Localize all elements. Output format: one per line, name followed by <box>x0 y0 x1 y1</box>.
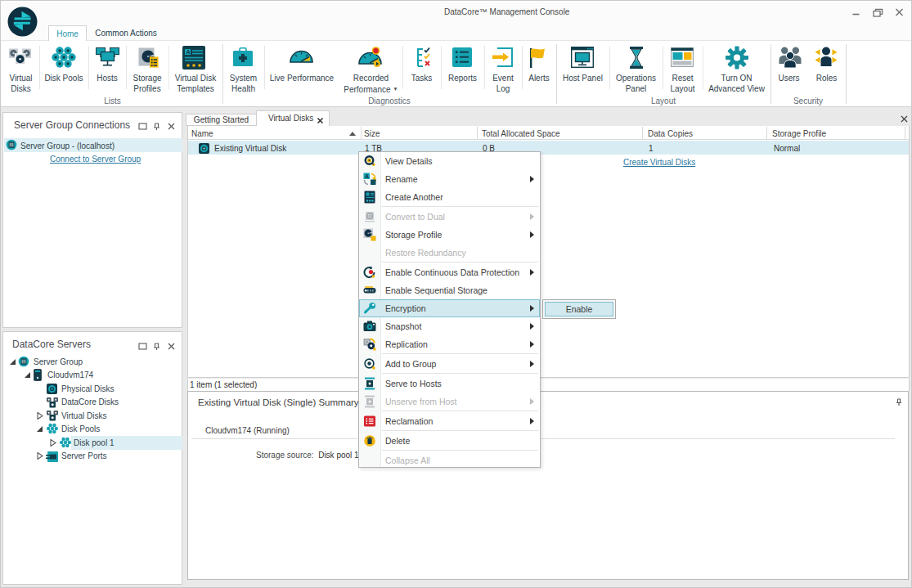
svg-text:A: A <box>365 173 369 179</box>
svg-text:A: A <box>186 49 191 55</box>
